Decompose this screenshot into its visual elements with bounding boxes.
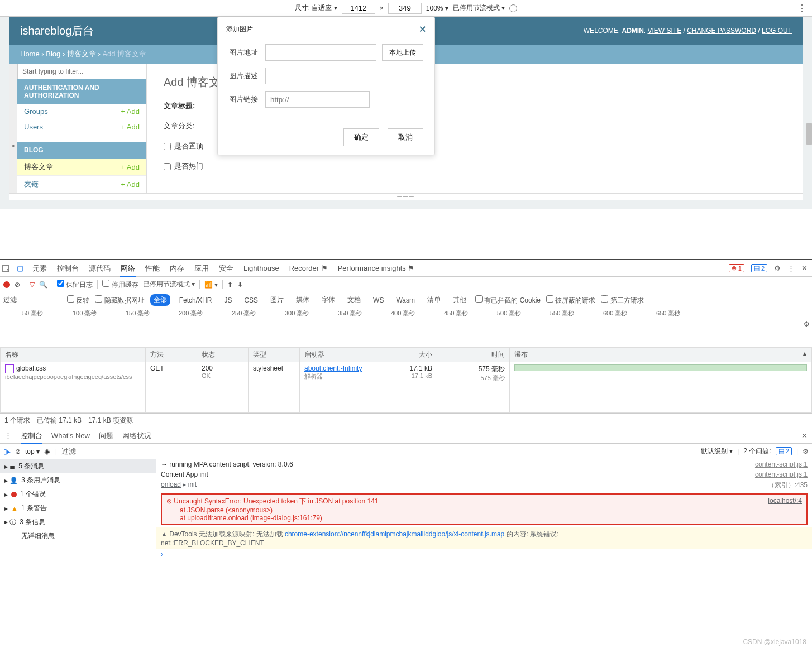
- modal-ok-button[interactable]: 确定: [343, 128, 379, 146]
- blocked-req-checkbox[interactable]: 被屏蔽的请求: [546, 295, 595, 305]
- console-sidebar-toggle-icon[interactable]: ▯▸: [3, 448, 11, 455]
- drawer-menu-icon[interactable]: ⋮: [4, 431, 12, 440]
- add-user-button[interactable]: + Add: [121, 123, 140, 131]
- col-waterfall[interactable]: 瀑布▲: [510, 348, 812, 362]
- drawer-tab-console[interactable]: 控制台: [21, 428, 42, 444]
- clear-network-button[interactable]: ⊘: [15, 281, 20, 289]
- gear-icon[interactable]: ⚙: [774, 264, 781, 272]
- inspect-icon[interactable]: ↖: [2, 265, 9, 272]
- breadcrumb-home[interactable]: Home: [20, 50, 40, 58]
- tab-lighthouse[interactable]: Lighthouse: [242, 264, 280, 272]
- input-image-url[interactable]: [265, 44, 376, 61]
- add-blog-post-button[interactable]: + Add: [121, 163, 140, 171]
- filter-doc[interactable]: 文档: [344, 294, 364, 306]
- console-gear-icon[interactable]: ⚙: [803, 448, 809, 455]
- kebab-menu-icon[interactable]: ⋮: [797, 3, 806, 13]
- filter-img[interactable]: 图片: [267, 294, 287, 306]
- add-group-button[interactable]: + Add: [121, 107, 140, 116]
- groups-link[interactable]: Groups: [24, 107, 48, 116]
- drawer-tab-whatsnew[interactable]: What's New: [51, 431, 90, 440]
- width-input[interactable]: [342, 3, 375, 14]
- tab-elements[interactable]: 元素: [31, 263, 48, 273]
- input-image-desc[interactable]: [265, 68, 423, 84]
- sidebar-header-auth[interactable]: AUTHENTICATION AND AUTHORIZATION: [17, 79, 146, 104]
- local-upload-button[interactable]: 本地上传: [382, 44, 423, 61]
- tab-memory[interactable]: 内存: [169, 263, 185, 273]
- drawer-tab-issues[interactable]: 问题: [99, 431, 113, 441]
- filter-other[interactable]: 其他: [450, 294, 470, 306]
- close-devtools-icon[interactable]: ✕: [801, 264, 808, 272]
- filter-manifest[interactable]: 清单: [424, 294, 444, 306]
- search-icon[interactable]: 🔍: [39, 281, 47, 289]
- invert-checkbox[interactable]: 反转: [67, 295, 89, 305]
- filter-wasm[interactable]: Wasm: [393, 295, 418, 305]
- users-link[interactable]: Users: [24, 123, 43, 131]
- drag-handle[interactable]: ═══: [9, 193, 803, 200]
- tab-application[interactable]: 应用: [193, 263, 210, 273]
- filter-css[interactable]: CSS: [241, 295, 261, 305]
- view-site-link[interactable]: VIEW SITE: [647, 27, 681, 35]
- drawer-close-icon[interactable]: ✕: [801, 431, 808, 440]
- tab-performance[interactable]: 性能: [144, 263, 161, 273]
- filter-media[interactable]: 媒体: [293, 294, 313, 306]
- console-error[interactable]: ⊗ Uncaught SyntaxError: Unexpected token…: [161, 493, 808, 525]
- zoom-dropdown[interactable]: 100% ▾: [426, 4, 448, 12]
- download-icon[interactable]: ⬇: [237, 281, 243, 289]
- throttle-dropdown[interactable]: 已停用节流模式 ▾: [453, 3, 505, 13]
- third-party-checkbox[interactable]: 第三方请求: [601, 295, 643, 305]
- console-filter-input[interactable]: [60, 446, 696, 457]
- console-warning[interactable]: ▲ DevTools 无法加载来源映射: 无法加载 chrome-extensi…: [156, 527, 812, 549]
- upload-icon[interactable]: ⬆: [227, 281, 233, 289]
- hide-data-checkbox[interactable]: 隐藏数据网址: [95, 295, 144, 305]
- filter-js[interactable]: JS: [221, 295, 235, 305]
- sidebar-info[interactable]: ▸ ⓘ 3 条信息: [0, 515, 156, 529]
- col-name[interactable]: 名称: [1, 348, 146, 362]
- sidebar-no-detail[interactable]: 无详细消息: [0, 529, 156, 543]
- console-message[interactable]: → running MPA content script, version: 8…: [156, 459, 812, 469]
- dimension-mode-dropdown[interactable]: 尺寸: 自适应 ▾: [295, 3, 337, 13]
- change-password-link[interactable]: CHANGE PASSWORD: [687, 27, 756, 35]
- sidebar-errors[interactable]: ▸ 1 个错误: [0, 487, 156, 501]
- sidebar-collapse-toggle[interactable]: «: [9, 64, 17, 193]
- tab-sources[interactable]: 源代码: [88, 263, 112, 273]
- filter-toggle-icon[interactable]: ▽: [30, 281, 35, 289]
- table-row[interactable]: global.cssibefaeehajgcpooopoegkifhgecige…: [1, 362, 812, 385]
- checkbox-is-hot[interactable]: [164, 163, 171, 170]
- page-scrollbar[interactable]: [806, 123, 812, 145]
- device-mode-icon[interactable]: ▢: [17, 264, 23, 272]
- disable-cache-checkbox[interactable]: 停用缓存: [102, 280, 138, 290]
- filter-fetch[interactable]: Fetch/XHR: [176, 295, 216, 305]
- input-image-link[interactable]: [265, 91, 370, 108]
- tab-security[interactable]: 安全: [218, 263, 235, 273]
- height-input[interactable]: [388, 3, 422, 14]
- friendlinks-link[interactable]: 友链: [24, 179, 39, 189]
- modal-close-button[interactable]: ✕: [419, 24, 426, 35]
- console-issues-badge[interactable]: ▤ 2: [776, 447, 792, 455]
- filter-all[interactable]: 全部: [150, 294, 170, 306]
- blocked-cookies-checkbox[interactable]: 有已拦截的 Cookie: [475, 295, 541, 305]
- wifi-icon[interactable]: 📶 ▾: [204, 281, 218, 289]
- sidebar-header-blog[interactable]: BLOG: [17, 142, 146, 159]
- record-button[interactable]: [3, 281, 10, 288]
- info-badge[interactable]: ▤ 2: [751, 264, 767, 272]
- tab-network[interactable]: 网络: [120, 260, 136, 277]
- blog-posts-link[interactable]: 博客文章: [24, 162, 53, 172]
- preserve-log-checkbox[interactable]: 保留日志: [57, 280, 93, 290]
- kebab-icon[interactable]: ⋮: [787, 264, 795, 272]
- col-size[interactable]: 大小: [389, 348, 437, 362]
- col-status[interactable]: 状态: [197, 348, 249, 362]
- sidebar-filter-input[interactable]: [17, 64, 146, 79]
- breadcrumb-posts[interactable]: 博客文章: [67, 50, 96, 58]
- console-eye-icon[interactable]: ◉: [44, 448, 50, 455]
- tab-console[interactable]: 控制台: [56, 263, 80, 273]
- rotate-icon[interactable]: [509, 4, 517, 12]
- col-time[interactable]: 时间: [437, 348, 510, 362]
- sidebar-warnings[interactable]: ▸ ▲ 1 条警告: [0, 501, 156, 515]
- throttling-dropdown[interactable]: 已停用节流模式 ▾: [143, 280, 195, 289]
- breadcrumb-blog[interactable]: Blog: [46, 50, 60, 58]
- sidebar-user-messages[interactable]: ▸ 👤 3 条用户消息: [0, 473, 156, 487]
- tab-recorder[interactable]: Recorder ⚑: [288, 264, 329, 272]
- filter-font[interactable]: 字体: [318, 294, 338, 306]
- col-type[interactable]: 类型: [249, 348, 300, 362]
- tab-perf-insights[interactable]: Performance insights ⚑: [337, 264, 416, 272]
